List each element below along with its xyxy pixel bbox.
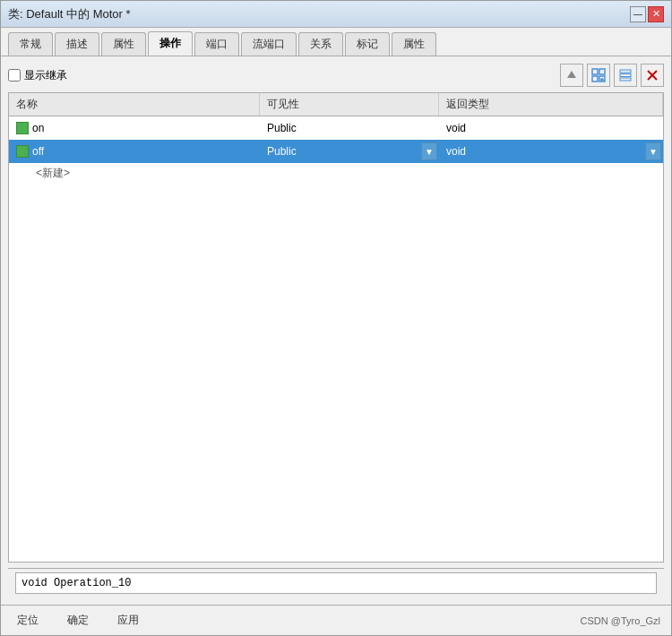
operations-table: 名称 可见性 返回类型 on Public void — [8, 92, 664, 563]
title-bar: 类: Default 中的 Motor * ─ ✕ — [1, 1, 671, 28]
svg-rect-1 — [592, 69, 598, 74]
svg-marker-0 — [567, 71, 576, 78]
show-inherit-checkbox[interactable] — [8, 69, 21, 82]
tab-operation[interactable]: 操作 — [148, 31, 193, 56]
add-grid-button[interactable] — [587, 64, 610, 87]
table-body: on Public void off Publi — [9, 116, 663, 562]
row-return-cell: void — [439, 116, 663, 140]
row-visibility-cell: Public — [260, 116, 439, 140]
title-buttons: ─ ✕ — [630, 6, 664, 22]
status-input-container — [8, 568, 664, 597]
return-type-dropdown-arrow[interactable]: ▼ — [645, 142, 661, 160]
apply-button[interactable]: 应用 — [112, 611, 144, 630]
toolbar-buttons — [560, 64, 664, 87]
delete-icon — [646, 69, 659, 82]
operation-icon — [16, 145, 29, 158]
col-header-return: 返回类型 — [439, 93, 663, 116]
watermark: CSDN @Tyro_Gzl — [581, 615, 660, 626]
tab-describe[interactable]: 描述 — [55, 32, 99, 56]
list-view-button[interactable] — [614, 64, 637, 87]
tab-relation[interactable]: 关系 — [298, 32, 343, 56]
show-inherit-label[interactable]: 显示继承 — [8, 68, 67, 83]
list-view-icon — [619, 69, 632, 82]
operation-icon — [16, 122, 29, 134]
row-name-cell: on — [9, 116, 260, 140]
tab-attr[interactable]: 属性 — [392, 32, 436, 56]
table-row[interactable]: on Public void — [9, 116, 663, 140]
svg-rect-9 — [620, 78, 631, 81]
visibility-dropdown-arrow[interactable]: ▼ — [421, 142, 437, 160]
svg-rect-3 — [592, 76, 598, 82]
col-header-visibility: 可见性 — [260, 93, 439, 116]
pin-button[interactable]: ─ — [630, 6, 646, 22]
svg-rect-2 — [599, 69, 605, 74]
content-area: 显示继承 — [1, 56, 671, 605]
svg-rect-7 — [620, 70, 631, 73]
row-return-cell: void ▼ — [439, 140, 663, 163]
delete-button[interactable] — [641, 64, 664, 87]
table-header: 名称 可见性 返回类型 — [9, 93, 663, 116]
tab-flowport[interactable]: 流端口 — [241, 32, 297, 56]
tab-normal[interactable]: 常规 — [8, 32, 53, 56]
close-button[interactable]: ✕ — [648, 6, 664, 22]
window-title: 类: Default 中的 Motor * — [8, 6, 131, 22]
row-visibility-cell: Public ▼ — [260, 140, 439, 163]
tab-tag[interactable]: 标记 — [345, 32, 390, 56]
new-item-row[interactable]: <新建> — [9, 163, 663, 184]
row-name-cell: off — [9, 140, 260, 163]
confirm-button[interactable]: 确定 — [62, 611, 94, 630]
tab-port[interactable]: 端口 — [194, 32, 239, 56]
operation-signature-input[interactable] — [15, 572, 657, 594]
up-arrow-icon — [565, 69, 578, 82]
locate-button[interactable]: 定位 — [12, 611, 44, 630]
col-header-name: 名称 — [9, 93, 260, 116]
toolbar-row: 显示继承 — [8, 64, 664, 87]
tabs-bar: 常规 描述 属性 操作 端口 流端口 关系 标记 属性 — [1, 28, 671, 56]
add-grid-icon — [591, 68, 606, 82]
footer-actions: 定位 确定 应用 — [12, 611, 144, 630]
move-up-button[interactable] — [560, 64, 583, 87]
tab-property[interactable]: 属性 — [101, 32, 146, 56]
svg-rect-8 — [620, 74, 631, 77]
main-window: 类: Default 中的 Motor * ─ ✕ 常规 描述 属性 操作 端口… — [0, 0, 672, 636]
footer: 定位 确定 应用 CSDN @Tyro_Gzl — [1, 605, 671, 635]
table-row[interactable]: off Public ▼ void ▼ — [9, 140, 663, 163]
